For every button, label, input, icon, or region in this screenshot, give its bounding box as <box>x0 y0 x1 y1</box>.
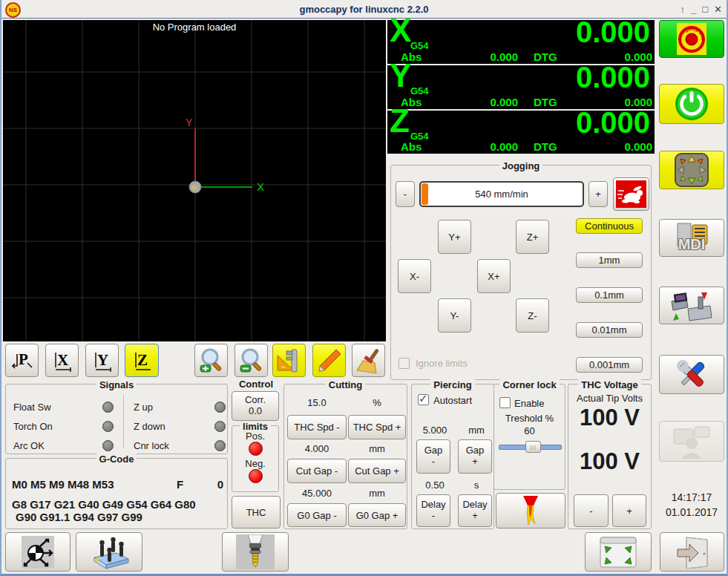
manual-mode-button[interactable] <box>659 151 724 189</box>
jog-z-minus-button[interactable]: Z- <box>516 298 549 333</box>
power-icon <box>674 86 709 122</box>
volts-plus-button[interactable]: + <box>612 494 646 527</box>
arc-ok-led <box>102 440 114 451</box>
thc-speed-unit: % <box>348 397 406 408</box>
minimize-window-button[interactable]: _ <box>691 4 696 15</box>
zoom-in-button[interactable] <box>194 344 228 377</box>
emergency-stop-button[interactable]: Emergency-Stop <box>659 20 724 58</box>
g0-gap-value: 45.000 <box>287 488 347 499</box>
jog-x-minus-button[interactable]: X- <box>398 259 431 293</box>
abs-value: 0.000 <box>432 140 518 153</box>
corner-lock-frame: Corner lock Enable Treshold % 60 ||| <box>493 384 565 490</box>
machine-on-button[interactable] <box>659 84 724 124</box>
pierce-gap-plus-button[interactable]: Gap+ <box>458 439 492 474</box>
threshold-slider-handle[interactable]: ||| <box>525 441 541 453</box>
pierce-delay-minus-button[interactable]: Delay- <box>416 494 450 527</box>
active-g-codes-line1: G8 G17 G21 G40 G49 G54 G64 G80 <box>12 498 196 511</box>
cut-gap-plus-button[interactable]: Cut Gap + <box>348 459 406 483</box>
fullscreen-button[interactable] <box>585 532 652 572</box>
maximize-window-button[interactable]: □ <box>702 4 708 15</box>
g0-gap-unit: mm <box>348 488 406 499</box>
signal-z-up-label: Z up <box>134 402 153 413</box>
draw-path-button[interactable] <box>312 344 346 377</box>
view-x-icon: X <box>50 348 75 373</box>
view-y-button[interactable]: Y <box>85 344 119 377</box>
jog-speed-minus-button[interactable]: - <box>396 181 415 207</box>
exit-button[interactable] <box>660 532 724 572</box>
dro-axis-z[interactable]: Z G54 0.000 Abs 0.000 DTG 0.000 <box>387 111 655 154</box>
view-z-button[interactable]: Z <box>125 344 159 377</box>
thc-speed-plus-button[interactable]: THC Spd + <box>348 415 406 439</box>
max-velocity-button[interactable] <box>613 177 649 211</box>
view-x-button[interactable]: X <box>45 344 79 377</box>
cutting-title: Cutting <box>326 379 365 390</box>
user-settings-button[interactable] <box>659 421 724 462</box>
z-down-led <box>214 421 226 432</box>
signal-float-sw-label: Float Sw <box>13 402 51 413</box>
corner-lock-title: Corner lock <box>499 379 559 390</box>
jog-z-plus-button[interactable]: Z+ <box>516 220 549 254</box>
settings-button[interactable] <box>659 355 724 394</box>
increment-01mm-button[interactable]: 0.1mm <box>576 287 643 303</box>
close-window-button[interactable]: ✕ <box>714 4 722 15</box>
shade-window-button[interactable]: ↑ <box>681 4 686 15</box>
volts-minus-button[interactable]: - <box>574 494 609 527</box>
dimensions-icon <box>275 347 304 375</box>
jog-y-minus-button[interactable]: Y- <box>438 298 471 333</box>
neg-limit-label: Neg. <box>232 458 278 469</box>
correction-button[interactable]: Corr. 0.0 <box>232 391 279 421</box>
clock-date: 01.01.2017 <box>659 505 724 520</box>
view-p-button[interactable]: P <box>5 344 39 377</box>
mdi-label: MDI <box>660 236 724 253</box>
torch-button[interactable] <box>496 493 565 528</box>
jog-y-plus-button[interactable]: Y+ <box>438 220 471 254</box>
cut-gap-minus-button[interactable]: Cut Gap - <box>287 459 347 483</box>
pierce-gap-unit: mm <box>461 425 492 436</box>
signals-frame: Signals Float Sw Torch On Arc OK Z up Z … <box>5 384 228 454</box>
axis-x-label: X <box>257 180 264 193</box>
jog-speed-plus-button[interactable]: + <box>588 181 608 207</box>
tool-change-button[interactable] <box>222 532 289 572</box>
zoom-out-button[interactable] <box>235 344 268 377</box>
torch-flame-icon <box>521 496 540 526</box>
pierce-delay-plus-button[interactable]: Delay+ <box>458 494 492 527</box>
touch-off-button[interactable] <box>5 532 70 572</box>
jog-speed-slider[interactable]: 540 mm/min <box>419 181 584 207</box>
corner-lock-enable-label: Enable <box>514 398 544 409</box>
pos-limit-led <box>249 442 263 456</box>
pierce-delay-value: 0.50 <box>413 480 456 491</box>
thc-speed-value: 15.0 <box>287 397 347 408</box>
increment-1mm-button[interactable]: 1mm <box>576 252 643 268</box>
dro-axis-y[interactable]: Y G54 0.000 Abs 0.000 DTG 0.000 <box>387 65 655 109</box>
dtg-label: DTG <box>534 50 557 63</box>
increment-001mm-button[interactable]: 0.01mm <box>576 322 643 338</box>
mdi-mode-button[interactable]: MDI <box>659 219 724 257</box>
thc-speed-minus-button[interactable]: THC Spd - <box>287 415 347 439</box>
clock-time: 14:17:17 <box>659 490 724 505</box>
axis-letter: Y <box>390 59 411 92</box>
autostart-checkbox[interactable] <box>418 394 429 405</box>
g0-gap-plus-button[interactable]: G0 Gap + <box>348 503 406 527</box>
threshold-label: Treshold % <box>494 413 565 424</box>
jog-x-plus-button[interactable]: X+ <box>477 259 511 293</box>
app-window: NS gmoccapy for linuxcnc 2.2.0 ↑ _ □ ✕ <box>0 0 728 576</box>
gcode-preview[interactable]: Y X No Program loaded <box>3 20 386 341</box>
threshold-slider[interactable]: ||| <box>499 441 562 451</box>
corner-lock-enable-checkbox[interactable] <box>499 397 511 408</box>
dro-axis-x[interactable]: X G54 0.000 Abs 0.000 DTG 0.000 <box>387 20 655 64</box>
show-dimensions-button[interactable] <box>272 344 306 377</box>
dtg-label: DTG <box>534 140 557 153</box>
g0-gap-minus-button[interactable]: G0 Gap - <box>287 503 347 527</box>
touch-plate-button[interactable] <box>76 532 142 572</box>
clear-preview-button[interactable] <box>352 344 385 377</box>
ignore-limits-checkbox[interactable] <box>399 358 410 369</box>
auto-mode-button[interactable] <box>659 287 724 324</box>
increment-0001mm-button[interactable]: 0.001mm <box>576 357 643 373</box>
emergency-stop-icon: Emergency-Stop <box>675 23 708 55</box>
thc-button[interactable]: THC <box>232 496 281 528</box>
fullscreen-icon <box>599 536 637 569</box>
preview-toolbar: P X Y Z <box>3 341 386 381</box>
pierce-gap-minus-button[interactable]: Gap- <box>416 439 450 474</box>
tool-change-icon <box>232 534 279 569</box>
increment-continuous-button[interactable]: Continuous <box>576 218 643 234</box>
